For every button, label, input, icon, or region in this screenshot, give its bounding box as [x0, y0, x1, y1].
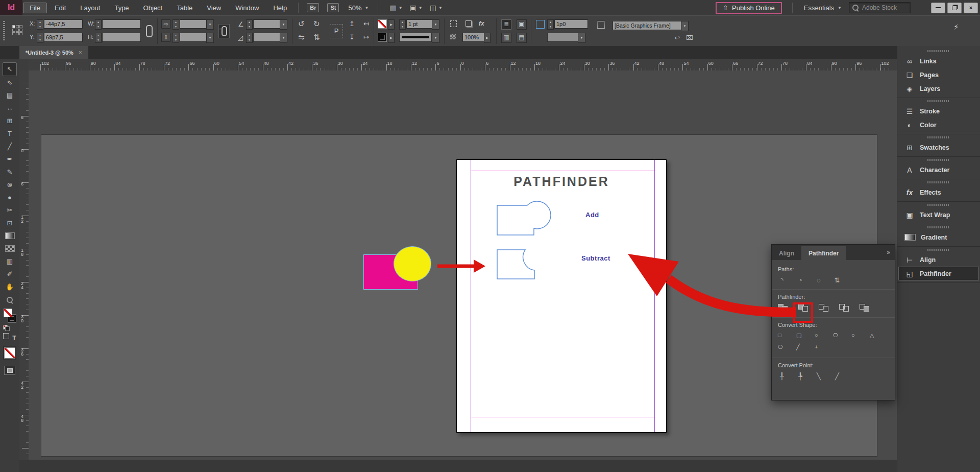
scale-x-stepper[interactable] — [173, 19, 179, 30]
menu-edit[interactable]: Edit — [48, 3, 72, 13]
rotation-field[interactable] — [253, 19, 283, 29]
break-link-style-button[interactable]: ⌧ — [686, 34, 693, 42]
scale-x-dropdown[interactable] — [206, 19, 214, 30]
open-path-icon[interactable]: ◔ — [796, 276, 804, 284]
selection-tool[interactable]: ↖ — [3, 62, 17, 76]
panel-grip[interactable] — [927, 226, 950, 228]
corner-point-button[interactable]: ╄ — [796, 372, 804, 380]
w-field[interactable] — [102, 19, 141, 29]
scale-y-stepper[interactable] — [173, 33, 179, 43]
dock-item-swatches[interactable]: ⊞Swatches — [897, 140, 980, 154]
pathfinder-add-button[interactable] — [778, 304, 788, 312]
view-options-dropdown[interactable]: ▦▼ — [389, 4, 402, 12]
convert-triangle-button[interactable]: △ — [870, 332, 888, 339]
screen-mode-dropdown[interactable]: ▣▼ — [410, 4, 423, 12]
convert-circle-button[interactable]: ○ — [815, 332, 833, 339]
constrain-dimensions-icon[interactable] — [146, 25, 153, 37]
panel-grip[interactable] — [3, 21, 5, 41]
content-collector-tool[interactable]: ⊞ — [3, 114, 16, 127]
convert-line-button[interactable]: ╱ — [796, 344, 815, 350]
reverse-path-icon[interactable]: ⇅ — [833, 276, 841, 284]
frame-fitting-icon[interactable] — [536, 20, 545, 29]
wrap-object-button[interactable]: ▥ — [501, 33, 511, 43]
flip-horizontal-button[interactable]: ⇋ — [298, 33, 305, 41]
smooth-point-button[interactable]: ╲ — [815, 372, 823, 380]
shear-field[interactable] — [253, 33, 283, 42]
menu-table[interactable]: Table — [170, 3, 199, 13]
dock-item-align[interactable]: ⊢Align — [897, 253, 980, 267]
gap-tool[interactable]: ↔ — [3, 102, 16, 114]
plain-point-button[interactable]: ╀ — [778, 372, 786, 380]
reference-point-proxy[interactable] — [12, 25, 22, 35]
stroke-dropdown[interactable] — [388, 33, 395, 43]
eyedropper-tool[interactable]: ✐ — [3, 268, 16, 280]
tab-pathfinder[interactable]: Pathfinder — [801, 246, 846, 260]
drop-shadow-icon[interactable] — [465, 20, 472, 27]
flip-vertical-button[interactable]: ⇅ — [313, 33, 320, 41]
pathfinder-minus-back-button[interactable] — [860, 304, 870, 312]
add-result-shape[interactable] — [497, 201, 551, 235]
pathfinder-intersect-button[interactable] — [819, 304, 829, 312]
panel-grip[interactable] — [927, 204, 950, 206]
subtract-label[interactable]: Subtract — [581, 254, 610, 262]
frame-fitting-field[interactable]: 1p0 — [554, 19, 588, 29]
panel-menu-icon[interactable]: » — [881, 249, 895, 260]
pencil-tool[interactable]: ✎ — [3, 166, 16, 178]
w-stepper[interactable] — [95, 19, 102, 30]
dock-item-stroke[interactable]: ☰Stroke — [897, 104, 980, 118]
default-fill-stroke-icon[interactable] — [3, 325, 9, 330]
dock-item-text-wrap[interactable]: ▣Text Wrap — [897, 208, 980, 222]
y-field[interactable]: 69p7,5 — [44, 33, 83, 42]
clear-overrides-button[interactable]: ↩ — [675, 34, 680, 42]
line-tool[interactable]: ╱ — [3, 140, 16, 153]
rotate-ccw-button[interactable]: ↺ — [298, 20, 305, 28]
panel-grip[interactable] — [927, 249, 950, 251]
scissors-tool[interactable]: ✂ — [3, 204, 16, 217]
apply-none-button[interactable] — [4, 347, 15, 359]
object-style-dropdown[interactable] — [681, 21, 689, 31]
vertical-ruler[interactable]: 6061 21 82 43 03 64 24 8 — [19, 70, 29, 460]
free-transform-tool[interactable]: ⊡ — [3, 217, 16, 229]
shear-dropdown[interactable] — [280, 33, 287, 43]
fitting-options-field[interactable] — [547, 33, 581, 42]
wrap-none-button[interactable]: ≣ — [501, 19, 511, 30]
tab-align[interactable]: Align — [772, 246, 801, 260]
fill-none-swatch[interactable] — [4, 309, 12, 317]
select-container-button[interactable]: ↥ — [349, 20, 355, 28]
x-stepper[interactable] — [37, 19, 43, 30]
fitting-options-dropdown[interactable] — [578, 33, 585, 43]
ellipse-tool[interactable]: ● — [3, 191, 16, 204]
convert-polygon-button[interactable]: ⎔ — [778, 344, 796, 350]
formatting-affects-text-icon[interactable] — [12, 333, 16, 342]
fill-stroke-swatches[interactable] — [3, 308, 17, 323]
workspace-switcher[interactable]: Essentials ▼ — [804, 4, 842, 12]
dock-item-pathfinder[interactable]: ◱Pathfinder — [898, 267, 979, 280]
stroke-weight-stepper[interactable] — [399, 19, 406, 30]
note-tool[interactable]: ▥ — [3, 255, 16, 268]
gradient-swatch-tool[interactable] — [3, 229, 16, 242]
panel-grip[interactable] — [927, 100, 950, 102]
rotation-dropdown[interactable] — [280, 19, 287, 30]
screen-mode-button[interactable] — [4, 366, 15, 375]
select-previous-button[interactable]: ↤ — [363, 20, 369, 28]
arrange-documents-dropdown[interactable]: ◫▼ — [430, 4, 443, 12]
menu-object[interactable]: Object — [137, 3, 169, 13]
dock-item-effects[interactable]: fxEffects — [897, 185, 980, 199]
close-path-icon[interactable]: ◌ — [815, 276, 823, 284]
h-field[interactable] — [102, 33, 141, 42]
dock-item-color[interactable]: ◐Color — [897, 118, 980, 132]
page-tool[interactable]: ▤ — [3, 89, 16, 102]
join-path-icon[interactable]: ◝ — [778, 276, 786, 284]
stroke-weight-field[interactable]: 1 pt — [406, 19, 435, 29]
subtract-result-shape[interactable] — [497, 250, 534, 279]
zoom-tool[interactable] — [3, 293, 16, 306]
stroke-weight-dropdown[interactable] — [432, 19, 439, 30]
wrap-bounding-box-button[interactable]: ▣ — [517, 19, 527, 30]
bridge-button[interactable]: Br — [307, 3, 319, 12]
scale-y-dropdown[interactable] — [206, 33, 214, 43]
corner-options-icon[interactable] — [450, 20, 457, 27]
yellow-circle[interactable] — [394, 246, 431, 281]
convert-oval-button[interactable]: ○ — [851, 332, 870, 339]
zoom-level-dropdown[interactable]: 50% ▼ — [348, 4, 369, 12]
direct-selection-tool[interactable]: ⇖ — [3, 76, 16, 89]
